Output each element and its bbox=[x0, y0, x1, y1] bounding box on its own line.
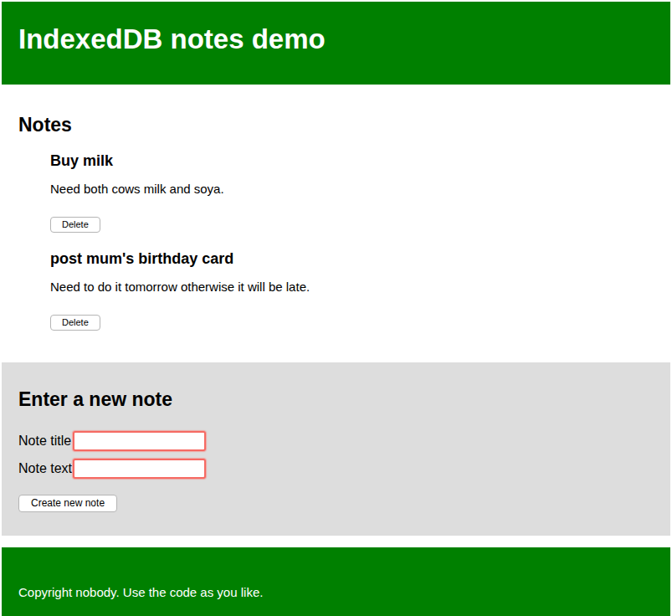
note-body: Need both cows milk and soya. bbox=[50, 182, 670, 196]
note-text-row: Note text bbox=[18, 459, 654, 479]
note-title-input[interactable] bbox=[73, 431, 206, 451]
page-title: IndexedDB notes demo bbox=[2, 2, 670, 54]
notes-section: Notes Buy milk Need both cows milk and s… bbox=[2, 85, 670, 361]
note-text-label: Note text bbox=[18, 459, 73, 479]
note-item: Buy milk Need both cows milk and soya. D… bbox=[50, 153, 670, 233]
note-list: Buy milk Need both cows milk and soya. D… bbox=[2, 153, 670, 331]
delete-note-button[interactable]: Delete bbox=[50, 217, 100, 233]
app-footer: Copyright nobody. Use the code as you li… bbox=[2, 547, 670, 616]
notes-heading: Notes bbox=[2, 85, 670, 135]
note-text-input[interactable] bbox=[73, 459, 206, 479]
new-note-heading: Enter a new note bbox=[18, 390, 654, 409]
note-body: Need to do it tomorrow otherwise it will… bbox=[50, 280, 670, 294]
create-note-button[interactable]: Create new note bbox=[18, 495, 117, 512]
delete-note-button[interactable]: Delete bbox=[50, 315, 100, 331]
note-title-row: Note title bbox=[18, 431, 654, 451]
note-title: post mum's birthday card bbox=[50, 251, 670, 268]
new-note-form: Note title Note text Create new note bbox=[18, 431, 654, 512]
note-item: post mum's birthday card Need to do it t… bbox=[50, 251, 670, 331]
app-header: IndexedDB notes demo bbox=[2, 2, 670, 85]
note-title: Buy milk bbox=[50, 153, 670, 170]
copyright-text: Copyright nobody. Use the code as you li… bbox=[2, 547, 670, 600]
new-note-form-section: Enter a new note Note title Note text Cr… bbox=[2, 362, 670, 536]
note-title-label: Note title bbox=[18, 431, 73, 451]
